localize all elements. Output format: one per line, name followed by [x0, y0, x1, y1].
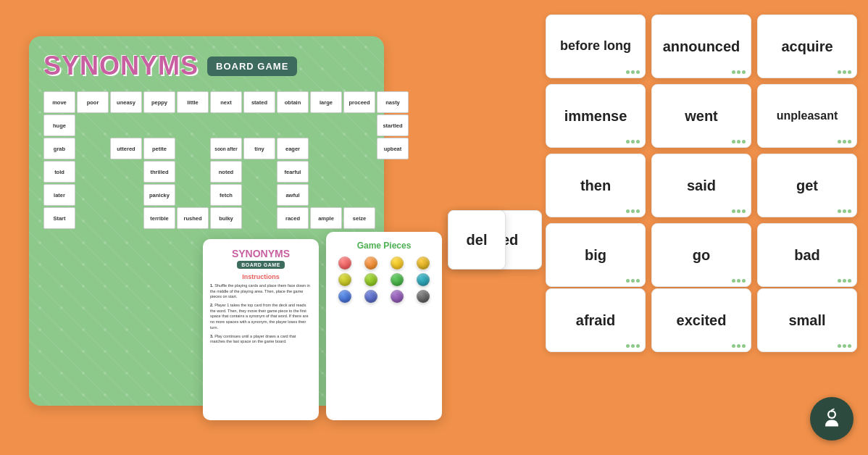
cell: large — [310, 91, 342, 113]
svg-line-3 — [832, 409, 834, 411]
cell-empty — [243, 207, 275, 229]
cell: little — [177, 91, 209, 113]
board-badge: BOARD GAME — [207, 57, 297, 76]
card-dots — [732, 209, 746, 213]
cell-empty — [277, 114, 309, 136]
piece-dark — [417, 290, 430, 303]
cell: proceed — [343, 91, 375, 113]
cell-empty — [177, 138, 209, 159]
card-dots — [732, 70, 746, 74]
top-row-cards: before long announced acquire — [546, 14, 857, 78]
cell-empty — [77, 207, 109, 229]
cell-empty — [177, 114, 209, 136]
cell-empty — [377, 184, 409, 206]
card-dots — [626, 70, 640, 74]
logo-icon — [821, 408, 843, 430]
instr-title: SYNONYMS — [210, 248, 312, 259]
cell-empty — [210, 114, 242, 136]
word-card-small: small — [757, 288, 857, 352]
cell: upbeat — [377, 138, 409, 159]
piece-gold — [417, 256, 430, 270]
cell-empty — [143, 114, 175, 136]
word-card-afraid: afraid — [546, 288, 646, 352]
piece-green — [391, 273, 404, 286]
cell: Start — [43, 207, 75, 229]
cell-empty — [343, 114, 375, 136]
cell: terrible — [143, 207, 175, 229]
cell: poor — [77, 91, 109, 113]
board-title-area: SYNONYMS BOARD GAME — [43, 51, 370, 81]
cell: soon after — [210, 138, 242, 159]
cell-empty — [77, 161, 109, 183]
cell: uneasy — [110, 91, 142, 113]
word-card-then: then — [546, 154, 646, 217]
cell-empty — [243, 184, 275, 206]
cell: nasty — [377, 91, 409, 113]
cell-empty — [110, 114, 142, 136]
instr-step1: 1. Shuffle the playing cards and place t… — [210, 283, 312, 300]
cell-empty — [77, 184, 109, 206]
card-dots — [626, 344, 640, 348]
cell: stated — [243, 91, 275, 113]
cell-empty — [343, 161, 375, 183]
cell-empty — [110, 207, 142, 229]
piece-teal — [417, 273, 430, 286]
lowest-row-cards: afraid excited small — [546, 288, 857, 352]
word-card-big: big — [546, 223, 646, 287]
cell: told — [43, 161, 75, 183]
cell-empty — [310, 184, 342, 206]
cell: grab — [43, 138, 75, 159]
cell: thrilled — [143, 161, 175, 183]
word-card-unpleasant: unpleasant — [757, 84, 857, 148]
card-dots — [838, 344, 851, 348]
cell: ample — [310, 207, 342, 229]
cell-empty — [243, 161, 275, 183]
board-title: SYNONYMS — [43, 51, 199, 81]
instr-heading: Instructions — [210, 273, 312, 280]
cell: noted — [210, 161, 242, 183]
cell-empty — [377, 161, 409, 183]
right-panel: before long announced acquire immense we… — [546, 14, 857, 352]
cell-empty — [310, 138, 342, 159]
cell: eager — [277, 138, 309, 159]
game-pieces-card: Game Pieces — [326, 232, 442, 420]
word-card-go: go — [651, 223, 751, 287]
word-card-announced: announced — [651, 14, 751, 78]
board-row-1: move poor uneasy peppy little next state… — [43, 91, 409, 113]
cell: petite — [143, 138, 175, 159]
word-card-get: get — [757, 154, 857, 217]
piece-blue — [338, 290, 351, 303]
cell-empty — [310, 114, 342, 136]
instr-step2: 2. Player 1 takes the top card from the … — [210, 303, 312, 330]
cell: rushed — [177, 207, 209, 229]
card-dots — [732, 140, 746, 143]
cell-empty — [343, 138, 375, 159]
mid-row-cards: immense went unpleasant — [546, 84, 857, 148]
cell: move — [43, 91, 75, 113]
cell-empty — [77, 138, 109, 159]
cell: next — [210, 91, 242, 113]
cell: seize — [343, 207, 375, 229]
cell-empty — [77, 114, 109, 136]
card-dots — [838, 209, 851, 213]
card-dots — [838, 279, 851, 283]
card-dots — [732, 344, 746, 348]
board-row-6: Start terrible rushed bulky raced ample … — [43, 207, 409, 229]
cell: fearful — [277, 161, 309, 183]
cell: peppy — [143, 91, 175, 113]
bottom-row-cards: big go bad — [546, 223, 857, 287]
cell: fetch — [210, 184, 242, 206]
card-dots — [838, 70, 851, 74]
game-pieces-title: Game Pieces — [333, 241, 435, 251]
cell: later — [43, 184, 75, 206]
card-dots — [732, 279, 746, 283]
instr-badge: BOARD GAME — [237, 261, 285, 269]
piece-yellow — [391, 256, 404, 270]
cell: startled — [377, 114, 409, 136]
word-card-before-long: before long — [546, 14, 646, 78]
cell: uttered — [110, 138, 142, 159]
word-card-bad: bad — [757, 223, 857, 287]
pieces-grid — [333, 256, 435, 303]
word-card-went: went — [651, 84, 751, 148]
svg-point-1 — [829, 412, 835, 417]
